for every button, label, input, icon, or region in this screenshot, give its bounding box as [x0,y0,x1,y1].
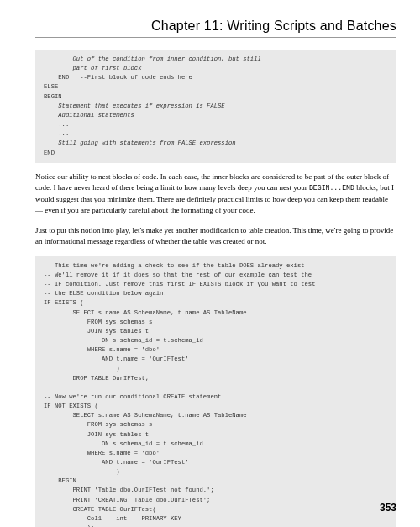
code-line: BEGIN [44,477,76,484]
code-line: END --First block of code ends here [44,74,192,81]
code-line: Statement that executes if expression is… [44,103,225,109]
code-line: Out of the condition from inner conditio… [44,55,261,62]
inline-code: BEGIN...END [309,184,354,192]
code-line: WHERE s.name = 'dbo' [44,450,160,456]
page-container: Chapter 11: Writing Scripts and Batches … [0,0,420,527]
code-line: PRINT 'CREATING: Table dbo.OurIFTest'; [44,497,210,503]
code-line: IF NOT EXISTS ( [44,403,98,409]
code-line: IF EXISTS ( [44,299,83,306]
code-line: FROM sys.schemas s [44,319,152,325]
code-line: ... [44,121,69,128]
code-line: BEGIN [44,93,62,100]
code-line: JOIN sys.tables t [44,328,149,335]
code-line: SELECT s.name AS SchemaName, t.name AS T… [44,309,247,316]
code-line: FROM sys.schemas s [44,421,152,428]
code-line: Additional statements [44,112,134,119]
code-line: END [44,150,55,156]
code-line: Col1 int PRIMARY KEY [44,515,181,522]
code-line: WHERE s.name = 'dbo' [44,346,160,353]
body-paragraph-2: Just to put this notion into play, let's… [35,225,396,248]
code-line: -- the ELSE condition below again. [44,290,167,297]
code-block-1: Out of the condition from inner conditio… [35,50,396,163]
code-line: -- Now we're run our conditional CREATE … [44,393,221,400]
code-line: SELECT s.name AS SchemaName, t.name AS T… [44,412,247,419]
code-line: ) [44,468,120,475]
code-line: ) [44,365,120,372]
code-line: -- We'll remove it if it does so that th… [44,271,312,278]
code-block-2: -- This time we're adding a check to see… [35,256,396,527]
code-line: ON s.schema_id = t.schema_id [44,440,203,447]
page-number: 353 [380,502,396,514]
code-line: part of first block [44,65,141,71]
code-line: ON s.schema_id = t.schema_id [44,337,203,344]
code-line: JOIN sys.tables t [44,431,149,438]
code-line: ELSE [44,83,58,90]
code-line: AND t.name = 'OurIFTest' [44,356,189,362]
code-line: -- This time we're adding a check to see… [44,262,305,269]
code-line: Still going with statements from FALSE e… [44,140,236,146]
code-line: CREATE TABLE OurIFTest( [44,506,156,513]
code-line: ... [44,130,69,137]
code-line: -- IF condition. Just remove this first … [44,281,316,287]
code-line: AND t.name = 'OurIFTest' [44,459,189,466]
body-paragraph-1: Notice our ability to nest blocks of cod… [35,171,396,217]
chapter-title: Chapter 11: Writing Scripts and Batches [35,18,396,38]
code-line: PRINT 'Table dbo.OurIFTest not found.'; [44,487,214,493]
code-line: DROP TABLE OurIFTest; [44,375,149,382]
